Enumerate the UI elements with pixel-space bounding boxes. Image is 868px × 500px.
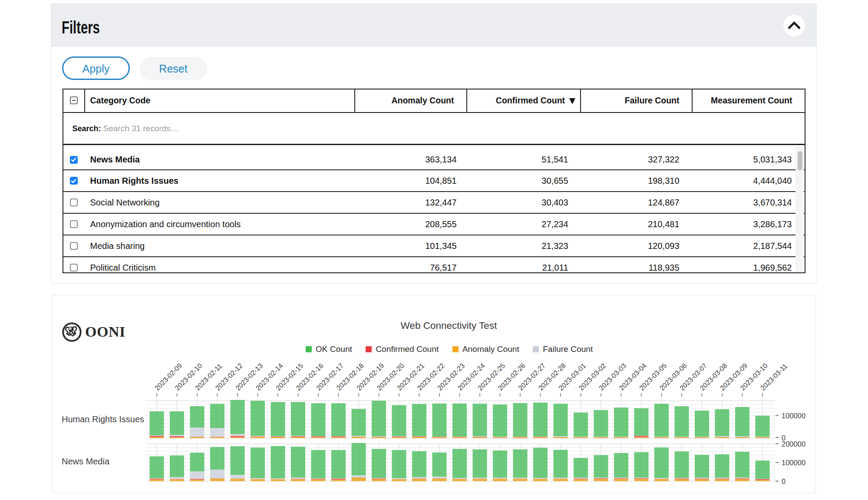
svg-text:100000: 100000 bbox=[782, 459, 805, 467]
svg-text:0: 0 bbox=[782, 477, 785, 485]
svg-text:100000: 100000 bbox=[782, 412, 805, 420]
svg-text:200000: 200000 bbox=[782, 440, 805, 448]
